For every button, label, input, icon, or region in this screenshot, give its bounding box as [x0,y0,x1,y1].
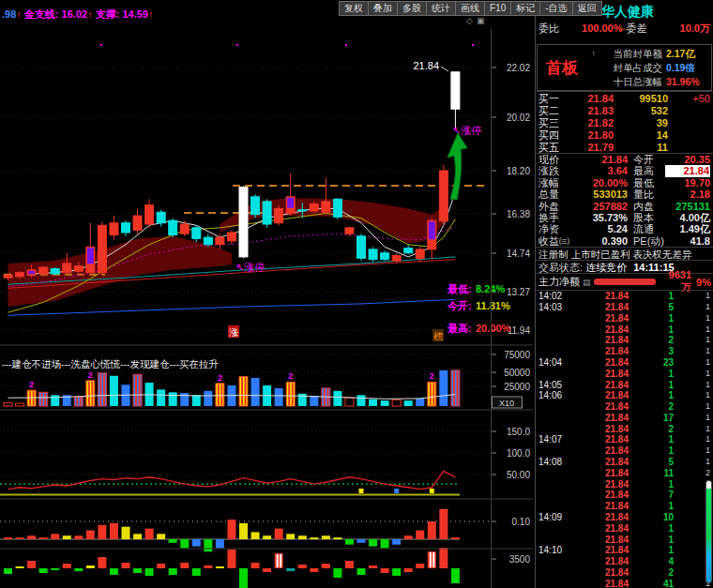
menu-item-statistics[interactable]: 统计 [426,1,456,16]
tick-volume: 23 [629,357,674,369]
detail-grid-icon[interactable]: ▤ [583,278,591,287]
menu-item-mark[interactable]: 标记 [510,1,540,16]
info-value: 257882 [576,201,628,212]
info-value: 20.35 [665,154,710,165]
tick-row: 21.8421 [536,335,713,346]
tick-count: 1 [674,434,710,445]
tick-price: 21.84 [570,445,629,457]
menu-item-watchlist[interactable]: -自选 [539,1,572,16]
tick-price: 21.84 [570,401,629,413]
tick-price: 21.84 [570,479,629,490]
tick-price: 21.84 [570,512,629,523]
svg-text:75000: 75000 [504,350,530,360]
tick-count: 1 [674,390,710,401]
tick-volume: 1 [629,501,674,512]
up-arrow-icon: ↑ [16,8,22,20]
svg-text:X10: X10 [499,399,514,408]
info-label: 今开 [628,154,665,165]
menu-item-multi-stock[interactable]: 多股 [397,1,427,16]
tick-time: 14:05 [539,380,570,391]
menu-item-back[interactable]: 返回 [572,1,602,16]
tick-price: 21.84 [570,579,629,588]
tick-time [539,490,570,501]
tick-row: 21.8411 [536,369,713,380]
tick-time: 14:09 [539,512,570,523]
time-sales-list[interactable]: 14:0221.841114:0321.845121.841121.841121… [536,290,713,588]
tick-row: 21.8421 [536,401,713,413]
svg-text:11.94: 11.94 [508,325,531,336]
kline-chart[interactable]: 22.0220.0218.2016.3814.7413.2711.9421.84… [0,0,535,588]
tick-volume: 2 [629,567,674,579]
scrollbar[interactable] [705,480,712,583]
tick-row: 21.8411 [536,324,713,336]
svg-text:100.0: 100.0 [507,448,530,459]
quote-panel: R 301408 华人健康 委比 100.00% 委差 10.0万 ︿ 首板 ↑… [535,0,713,588]
svg-text:20.02: 20.02 [507,113,530,123]
tick-volume: 1 [629,291,674,302]
tick-volume: 5 [629,302,674,313]
main-net-percent: 9% [696,277,711,288]
svg-text:50000: 50000 [504,368,530,378]
stock-app-window: .98↑ 金支线: 16.02↑ 支撑: 14.59↑ 复权叠加多股统计画线F1… [0,0,713,588]
info-label: 外盘 [539,201,576,212]
bid-volume: 99510 [614,93,668,105]
tick-price: 21.84 [570,291,629,302]
tick-price: 21.84 [570,434,629,445]
weicha-label: 委差 [627,22,647,36]
info-label: 最高 [628,165,665,176]
svg-text:2: 2 [88,370,93,380]
svg-text:0.10: 0.10 [512,517,531,527]
menu-item-restore-rights[interactable]: 复权 [339,1,369,16]
limit-board-box: 首板 ↑当前封单额2.17亿封单占成交0.19倍十日总涨幅31.96% [537,44,712,91]
menu-item-draw-line[interactable]: 画线 [455,1,485,16]
board-stat-label: 十日总涨幅 [596,75,662,89]
tick-row: 14:0421.84231 [536,357,713,369]
svg-text:22.02: 22.02 [507,63,530,73]
tick-count: 1 [674,313,710,324]
bid-volume: 532 [614,105,668,117]
menu-item-overlay[interactable]: 叠加 [368,1,398,16]
volume-panel: 750005000025000X1022222---建仓不进场---洗盘心慌慌-… [0,350,530,408]
svg-text:3500: 3500 [509,554,531,565]
svg-text:20.00%: 20.00% [476,323,511,334]
indicator-2: 150.0100.050.00 [0,427,530,495]
bid-row: 买五21.7911 [536,142,713,154]
info-row: 涨跌3.64最高21.84 [536,165,713,176]
svg-text:↖涨停: ↖涨停 [235,262,265,273]
window-layout-icon[interactable]: ▣ [477,16,489,25]
info-label: 总量 [539,188,576,200]
bid-price: 21.80 [565,129,614,142]
diamond-icon[interactable]: ◇ [466,16,477,25]
info-value: 19.70 [665,177,710,188]
board-stat-label: 当前封单额 [596,47,662,61]
tick-time [539,468,570,479]
toolbar-sub-icons: ◇▣ [466,16,488,25]
tick-time [539,369,570,380]
bid-volume: 11 [614,142,668,154]
tick-price: 21.84 [570,369,629,380]
tick-time: 14:08 [539,457,570,468]
tick-volume: 1 [629,535,674,546]
svg-text:50.00: 50.00 [507,470,530,480]
overlay-prefix-value: .98 [2,8,16,20]
tick-price: 21.84 [570,413,629,424]
tick-volume: 17 [629,413,674,424]
info-label: 换手 [539,212,576,223]
bid-change [668,142,710,154]
menu-item-f10[interactable]: F10 [484,1,511,16]
tick-time: 14:03 [539,302,570,313]
tick-volume: 1 [629,313,674,324]
info-label: 股本 [628,212,665,223]
tick-volume: 41 [629,579,674,588]
indicator-value-overlay: .98↑ 金支线: 16.02↑ 支撑: 14.59↑ [2,8,153,22]
tick-row: 21.84171 [536,413,713,424]
collapse-chevron-icon[interactable]: ︿ [620,24,629,32]
info-label: 最低 [628,177,665,188]
board-stat-value: 2.17亿 [662,47,711,61]
tick-row: 14:0921.84101 [536,512,713,523]
gold-line-label: 金支线: [24,8,59,20]
tick-count: 1 [674,291,710,302]
bid-level-label: 买二 [539,105,565,117]
weibi-label: 委比 [539,22,559,36]
info-row: 换手35.73%股本4.00亿 [536,212,713,223]
